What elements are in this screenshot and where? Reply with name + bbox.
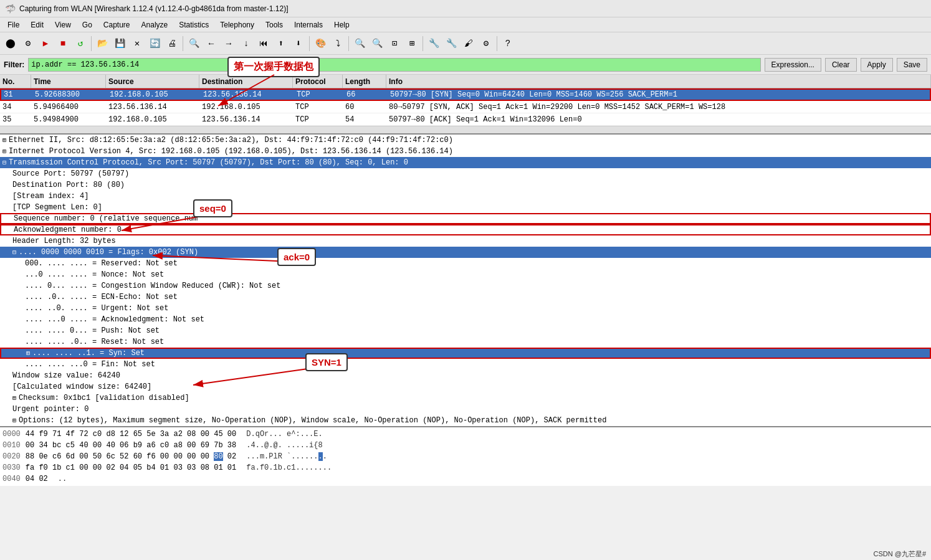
detail-line[interactable]: .... .0.. .... = ECN-Echo: Not set bbox=[0, 292, 931, 303]
toolbar-next-btn[interactable]: ⬇ bbox=[290, 36, 307, 52]
detail-text: Window size value: 64240 bbox=[12, 371, 120, 380]
save-button[interactable]: Save bbox=[897, 58, 927, 72]
detail-line[interactable]: Source Port: 50797 (50797) bbox=[0, 168, 931, 179]
expand-icon[interactable]: ⊟ bbox=[12, 249, 16, 256]
detail-line[interactable]: .... ..0. .... = Urgent: Not set bbox=[0, 303, 931, 314]
toolbar-interfaces-btn[interactable]: ⬤ bbox=[2, 36, 19, 52]
toolbar-colorize-btn[interactable]: 🎨 bbox=[312, 36, 328, 52]
toolbar-display-filters-btn[interactable]: 🔧 bbox=[443, 36, 459, 52]
menu-telephony[interactable]: Telephony bbox=[215, 19, 259, 31]
detail-line[interactable]: ⊞ Ethernet II, Src: d8:12:65:5e:3a:a2 (d… bbox=[0, 135, 931, 146]
toolbar-stop-btn[interactable]: ■ bbox=[55, 36, 71, 52]
detail-line[interactable]: [TCP Segment Len: 0] bbox=[0, 202, 931, 213]
expand-icon[interactable]: ⊞ bbox=[2, 148, 6, 155]
detail-line[interactable]: ⊞ Checksum: 0x1bc1 [validation disabled] bbox=[0, 392, 931, 404]
expand-icon[interactable]: ⊞ bbox=[12, 394, 16, 402]
filter-input[interactable] bbox=[28, 58, 760, 72]
menu-go[interactable]: Go bbox=[77, 19, 97, 31]
menu-analyze[interactable]: Analyze bbox=[136, 19, 173, 31]
detail-line[interactable]: .... .... ...0 = Fin: Not set bbox=[0, 359, 931, 370]
detail-line[interactable]: .... 0... .... = Congestion Window Reduc… bbox=[0, 280, 931, 292]
toolbar-prefs-btn[interactable]: ⚙ bbox=[478, 36, 494, 52]
packet-time: 5.92688300 bbox=[32, 90, 107, 99]
toolbar-go-forward-btn[interactable]: → bbox=[221, 36, 237, 52]
expand-icon[interactable]: ⊞ bbox=[12, 417, 16, 424]
detail-seq-line[interactable]: Sequence number: 0 (relative sequence nu… bbox=[0, 213, 931, 224]
hex-bytes: 44 f9 71 4f 72 c0 d8 12 65 5e 3a a2 08 0… bbox=[26, 430, 236, 439]
expand-icon[interactable]: ⊞ bbox=[26, 349, 30, 357]
menu-bar: File Edit View Go Capture Analyze Statis… bbox=[0, 17, 931, 32]
detail-text: .... 0000 0000 0010 = Flags: 0x002 (SYN) bbox=[19, 248, 198, 257]
packet-src: 123.56.136.14 bbox=[106, 103, 199, 112]
toolbar-zoom-in-btn[interactable]: 🔍 bbox=[351, 36, 368, 52]
detail-text: Sequence number: 0 (relative sequence nu… bbox=[14, 214, 198, 223]
toolbar-zoom-reset-btn[interactable]: ⊡ bbox=[386, 36, 403, 52]
detail-text: Checksum: 0x1bc1 [validation disabled] bbox=[19, 394, 189, 402]
packet-proto: TCP bbox=[294, 90, 344, 99]
menu-tools[interactable]: Tools bbox=[260, 19, 288, 31]
toolbar-restart-btn[interactable]: ↺ bbox=[72, 36, 88, 52]
apply-button[interactable]: Apply bbox=[861, 58, 893, 72]
packet-list-scrollbar[interactable] bbox=[0, 126, 931, 133]
detail-line[interactable]: [Stream index: 4] bbox=[0, 191, 931, 202]
detail-tcp-line[interactable]: ⊟ Transmission Control Protocol, Src Por… bbox=[0, 157, 931, 168]
title-text: Capturing from WLAN [Wireshark 1.12.4 (v… bbox=[19, 4, 289, 13]
detail-line[interactable]: Window size value: 64240 bbox=[0, 370, 931, 381]
expand-icon[interactable]: ⊞ bbox=[2, 136, 6, 144]
toolbar-autoscroll-btn[interactable]: ⤵ bbox=[330, 36, 346, 52]
detail-line[interactable]: 000. .... .... = Reserved: Not set bbox=[0, 258, 931, 269]
packet-info: 50797→80 [ACK] Seq=1 Ack=1 Win=132096 Le… bbox=[386, 115, 931, 124]
toolbar-prev-btn[interactable]: ⬆ bbox=[273, 36, 289, 52]
detail-line[interactable]: .... .... .0.. = Reset: Not set bbox=[0, 336, 931, 348]
toolbar-go-back-btn[interactable]: ← bbox=[203, 36, 219, 52]
toolbar-print-btn[interactable]: 🖨 bbox=[164, 36, 180, 52]
hex-ascii: .4..@.@. .....i{8 bbox=[246, 441, 322, 450]
menu-help[interactable]: Help bbox=[329, 19, 355, 31]
detail-text: .... ..0. .... = Urgent: Not set bbox=[25, 304, 168, 313]
detail-text: .... .... 0... = Push: Not set bbox=[25, 326, 160, 335]
detail-line[interactable]: Header Length: 32 bytes bbox=[0, 235, 931, 247]
packet-row[interactable]: 31 5.92688300 192.168.0.105 123.56.136.1… bbox=[0, 88, 931, 101]
hex-bytes: 88 0e c6 6d 00 50 6c 52 60 f6 00 00 00 0… bbox=[26, 452, 236, 461]
detail-line[interactable]: Destination Port: 80 (80) bbox=[0, 179, 931, 191]
detail-flags-line[interactable]: ⊟ .... 0000 0000 0010 = Flags: 0x002 (SY… bbox=[0, 247, 931, 258]
packet-row[interactable]: 34 5.94966400 123.56.136.14 192.168.0.10… bbox=[0, 101, 931, 113]
clear-button[interactable]: Clear bbox=[825, 58, 857, 72]
detail-ack-line[interactable]: Acknowledgment number: 0 bbox=[0, 224, 931, 235]
detail-line[interactable]: .... ...0 .... = Acknowledgment: Not set bbox=[0, 314, 931, 325]
toolbar-open-btn[interactable]: 📂 bbox=[94, 36, 110, 52]
toolbar-first-btn[interactable]: ⏮ bbox=[255, 36, 272, 52]
expression-button[interactable]: Expression... bbox=[765, 58, 821, 72]
toolbar-options-btn[interactable]: ⚙ bbox=[20, 36, 36, 52]
detail-line[interactable]: .... .... 0... = Push: Not set bbox=[0, 325, 931, 336]
toolbar-resize-btn[interactable]: ⊞ bbox=[404, 36, 420, 52]
toolbar-start-btn[interactable]: ▶ bbox=[37, 36, 54, 52]
toolbar-capture-filters-btn[interactable]: 🔧 bbox=[426, 36, 442, 52]
toolbar-close-btn[interactable]: ✕ bbox=[129, 36, 145, 52]
toolbar-reload-btn[interactable]: 🔄 bbox=[146, 36, 163, 52]
detail-text: Source Port: 50797 (50797) bbox=[12, 169, 129, 178]
detail-line[interactable]: [Calculated window size: 64240] bbox=[0, 381, 931, 392]
menu-statistics[interactable]: Statistics bbox=[174, 19, 214, 31]
annotation-syn1: SYN=1 bbox=[305, 353, 348, 371]
menu-edit[interactable]: Edit bbox=[26, 19, 49, 31]
toolbar-help-btn[interactable]: ? bbox=[500, 36, 516, 52]
menu-view[interactable]: View bbox=[50, 19, 76, 31]
toolbar-goto-btn[interactable]: ↓ bbox=[238, 36, 254, 52]
menu-internals[interactable]: Internals bbox=[289, 19, 328, 31]
detail-syn-line[interactable]: ⊞ .... .... ..1. = Syn: Set bbox=[0, 348, 931, 359]
toolbar-coloring-btn[interactable]: 🖌 bbox=[461, 36, 477, 52]
packet-row[interactable]: 35 5.94984900 192.168.0.105 123.56.136.1… bbox=[0, 113, 931, 126]
detail-line[interactable]: ⊞ Internet Protocol Version 4, Src: 192.… bbox=[0, 146, 931, 157]
toolbar-zoom-out-btn[interactable]: 🔍 bbox=[369, 36, 385, 52]
detail-line[interactable]: Urgent pointer: 0 bbox=[0, 404, 931, 415]
expand-icon[interactable]: ⊟ bbox=[2, 159, 6, 166]
detail-text: Options: (12 bytes), Maximum segment siz… bbox=[19, 416, 606, 425]
toolbar: ⬤ ⚙ ▶ ■ ↺ 📂 💾 ✕ 🔄 🖨 🔍 ← → ↓ ⏮ ⬆ ⬇ 🎨 ⤵ 🔍 … bbox=[0, 32, 931, 55]
menu-capture[interactable]: Capture bbox=[98, 19, 135, 31]
menu-file[interactable]: File bbox=[2, 19, 24, 31]
detail-options-line[interactable]: ⊞ Options: (12 bytes), Maximum segment s… bbox=[0, 415, 931, 426]
detail-line[interactable]: ...0 .... .... = Nonce: Not set bbox=[0, 269, 931, 280]
toolbar-save-btn[interactable]: 💾 bbox=[112, 36, 128, 52]
toolbar-find-btn[interactable]: 🔍 bbox=[186, 36, 202, 52]
